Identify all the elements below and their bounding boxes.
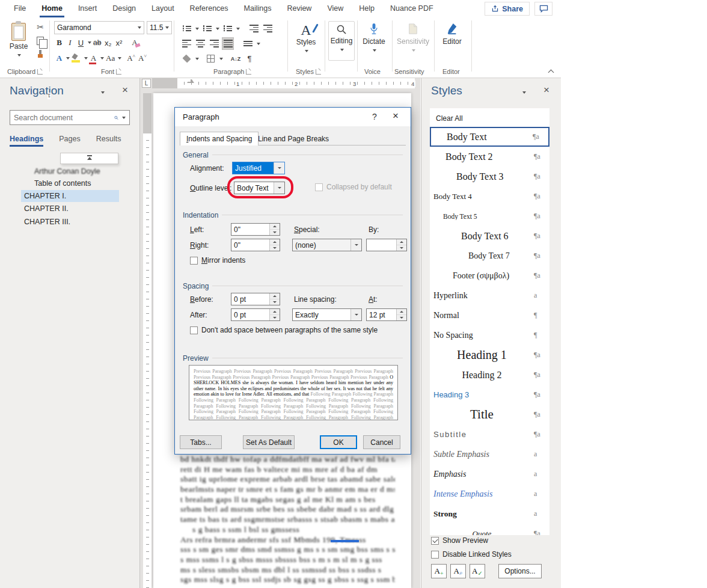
- editor-button[interactable]: Editor: [438, 22, 467, 46]
- style-item[interactable]: Normal ¶: [430, 305, 549, 325]
- show-hide-pilcrow-button[interactable]: ¶: [243, 52, 256, 65]
- set-as-default-button[interactable]: Set As Default: [243, 435, 295, 449]
- format-painter-icon[interactable]: [36, 50, 44, 58]
- shading-arrow[interactable]: [195, 58, 199, 60]
- tab-indents-and-spacing[interactable]: Indents and Spacing: [180, 132, 259, 145]
- left-indent-marker[interactable]: [185, 79, 191, 82]
- indent-right-field[interactable]: 0": [231, 239, 280, 251]
- ribbon-tab[interactable]: Mailings: [236, 0, 280, 17]
- ribbon-tab[interactable]: References: [182, 0, 236, 17]
- style-inspector-button[interactable]: A⌕: [450, 564, 466, 578]
- line-spacing-button[interactable]: [242, 37, 254, 50]
- paragraph-dialog-launcher[interactable]: [246, 69, 251, 75]
- align-right-button[interactable]: [208, 37, 220, 50]
- clear-all-item[interactable]: Clear All: [436, 114, 463, 123]
- at-field[interactable]: 12 pt: [366, 308, 407, 321]
- comments-button[interactable]: [534, 2, 552, 16]
- font-color-arrow[interactable]: [100, 57, 104, 60]
- strikethrough-button[interactable]: ab: [92, 37, 102, 49]
- styles-dialog-launcher[interactable]: [316, 69, 321, 75]
- style-item[interactable]: Body Text 4 ¶a: [430, 186, 549, 206]
- clipboard-dialog-launcher[interactable]: [37, 69, 43, 75]
- ok-button[interactable]: OK: [320, 435, 357, 449]
- style-item[interactable]: Subtitle ¶a: [430, 424, 549, 444]
- dialog-help-button[interactable]: ?: [369, 112, 381, 121]
- shading-button[interactable]: [180, 52, 192, 65]
- font-name-combo[interactable]: Garamond: [54, 21, 144, 34]
- multilevel-arrow[interactable]: [236, 28, 240, 30]
- tab-stop-selector[interactable]: L: [142, 79, 151, 88]
- tabs-button[interactable]: Tabs...: [180, 435, 222, 449]
- share-button[interactable]: Share: [485, 2, 530, 16]
- after-spinner[interactable]: [269, 309, 280, 320]
- styles-pane-close-icon[interactable]: ×: [543, 84, 549, 96]
- style-item[interactable]: No Spacing ¶: [430, 325, 549, 345]
- align-left-button[interactable]: [180, 37, 192, 50]
- underline-arrow[interactable]: [88, 41, 91, 44]
- align-center-button[interactable]: [194, 37, 206, 50]
- highlight-arrow[interactable]: [84, 57, 88, 60]
- bullets-button[interactable]: [180, 22, 192, 35]
- indent-left-field[interactable]: 0": [231, 223, 280, 236]
- at-spinner[interactable]: [396, 309, 406, 320]
- ribbon-tab[interactable]: Review: [279, 0, 319, 17]
- navigation-heading-item[interactable]: Table of contents: [31, 177, 91, 189]
- clear-formatting-button[interactable]: A: [129, 37, 139, 49]
- change-case-arrow[interactable]: [118, 57, 121, 60]
- style-item[interactable]: Body Text 5 ¶a: [430, 206, 549, 226]
- styles-gallery-button[interactable]: A Styles: [291, 22, 321, 55]
- decrease-indent-button[interactable]: [248, 22, 260, 35]
- font-size-combo[interactable]: 11.5: [147, 21, 172, 34]
- style-item[interactable]: Quote ¶a: [430, 524, 549, 535]
- style-item[interactable]: Body Text 3 ¶a: [430, 167, 549, 186]
- style-item[interactable]: Intense Emphasis a: [430, 484, 549, 504]
- style-item[interactable]: Footer (σψμβολ) ¶a: [430, 266, 549, 286]
- navigation-tab[interactable]: Headings: [10, 135, 43, 147]
- editing-button[interactable]: Editing: [328, 21, 355, 61]
- bullets-arrow[interactable]: [195, 28, 199, 30]
- line-spacing-dropdown-arrow[interactable]: [350, 309, 361, 320]
- grow-font-button[interactable]: A˄: [126, 52, 136, 64]
- copy-icon[interactable]: [37, 37, 44, 45]
- special-dropdown-arrow[interactable]: [350, 239, 361, 251]
- indent-right-spinner[interactable]: [269, 239, 280, 251]
- mirror-indents-checkbox[interactable]: [190, 257, 198, 265]
- superscript-button[interactable]: x²: [114, 37, 124, 49]
- navigation-tab[interactable]: Pages: [59, 135, 80, 147]
- change-case-button[interactable]: Aa: [105, 52, 116, 64]
- navigation-heading-item[interactable]: Arthur Conan Doyle: [31, 165, 100, 177]
- style-item[interactable]: Hyperlink a: [430, 286, 549, 305]
- style-item[interactable]: Title ¶a: [430, 405, 549, 424]
- show-preview-checkbox[interactable]: [431, 537, 439, 545]
- justify-button[interactable]: [222, 37, 234, 50]
- style-item[interactable]: Heading 2 ¶a: [430, 365, 549, 385]
- style-item[interactable]: Body Text 2 ¶a: [430, 147, 549, 167]
- navigation-pane-menu-arrow[interactable]: [101, 91, 105, 94]
- ribbon-tab[interactable]: View: [319, 0, 351, 17]
- disable-linked-styles-checkbox[interactable]: [431, 551, 439, 559]
- by-spinner[interactable]: [396, 239, 406, 251]
- style-item[interactable]: Body Text ¶a: [430, 127, 549, 147]
- collapse-headings-box[interactable]: [60, 153, 118, 164]
- style-item[interactable]: Emphasis a: [430, 464, 549, 484]
- before-spinner[interactable]: [269, 293, 280, 305]
- horizontal-ruler[interactable]: 1234: [152, 78, 415, 88]
- indent-left-spinner[interactable]: [269, 224, 280, 235]
- ribbon-tab[interactable]: Design: [105, 0, 144, 17]
- search-input[interactable]: [10, 114, 114, 122]
- font-dialog-launcher[interactable]: [116, 69, 121, 75]
- multilevel-list-button[interactable]: [221, 22, 233, 35]
- manage-styles-button[interactable]: A✓: [470, 564, 485, 578]
- style-item[interactable]: Heading 1 ¶a: [430, 345, 549, 365]
- bold-button[interactable]: B: [54, 37, 64, 49]
- alignment-dropdown-arrow[interactable]: [274, 162, 284, 174]
- search-options-arrow[interactable]: [122, 117, 126, 119]
- navigation-pane-close-icon[interactable]: ×: [122, 84, 128, 96]
- ribbon-tab[interactable]: Help: [351, 0, 382, 17]
- dictate-button[interactable]: Dictate: [360, 22, 388, 54]
- italic-button[interactable]: I: [65, 37, 75, 49]
- style-item[interactable]: Heading 3 ¶a: [430, 385, 549, 405]
- style-item[interactable]: Strong a: [430, 504, 549, 524]
- ribbon-tab[interactable]: Nuance PDF: [382, 0, 441, 17]
- styles-options-button[interactable]: Options...: [498, 564, 542, 578]
